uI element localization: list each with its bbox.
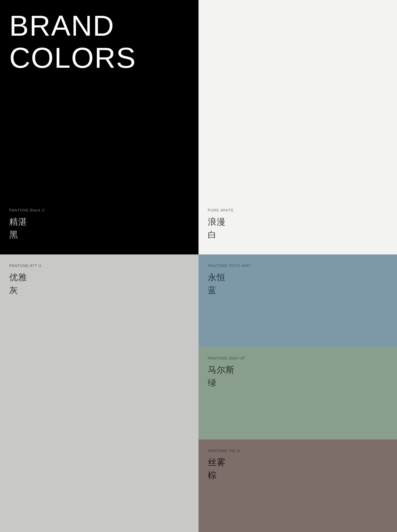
panel-brown: PANTONE:731 U 丝雾 棕: [198, 439, 397, 532]
gray-chinese-line2: 灰: [9, 284, 189, 297]
black-chinese-line1: 精湛: [9, 215, 189, 228]
gray-pantone-label: PANTONE:877 U: [9, 264, 189, 268]
brown-chinese-line1: 丝雾: [208, 456, 388, 469]
white-chinese-line2: 白: [208, 228, 388, 241]
page-container: BRAND COLORS PANTONE:Black C 精湛 黑 PURE W…: [0, 0, 397, 532]
brown-color-info: PANTONE:731 U 丝雾 棕: [208, 449, 388, 482]
gray-chinese-line1: 优雅: [9, 271, 189, 284]
brand-title-line2: COLORS: [9, 42, 189, 74]
white-chinese-line1: 浪漫: [208, 215, 388, 228]
green-chinese-line2: 绿: [208, 376, 388, 389]
brown-chinese-line2: 棕: [208, 469, 388, 482]
blue-pantone-label: PANTONE:TOYO 0697: [208, 264, 388, 268]
green-pantone-label: PANTONE:5565 UP: [208, 356, 388, 360]
panel-black: BRAND COLORS PANTONE:Black C 精湛 黑: [0, 0, 198, 254]
black-color-info: PANTONE:Black C 精湛 黑: [9, 208, 189, 241]
brand-title: BRAND COLORS: [9, 10, 189, 74]
panel-white: PURE WHITE 浪漫 白: [198, 0, 397, 254]
blue-chinese-line2: 蓝: [208, 284, 388, 297]
white-pantone-label: PURE WHITE: [208, 208, 388, 212]
panel-blue: PANTONE:TOYO 0697 永恒 蓝: [198, 254, 397, 347]
brand-title-line1: BRAND: [9, 10, 189, 42]
panel-gray: PANTONE:877 U 优雅 灰: [0, 254, 198, 532]
white-color-info: PURE WHITE 浪漫 白: [208, 208, 388, 241]
blue-chinese-line1: 永恒: [208, 271, 388, 284]
black-chinese-line2: 黑: [9, 228, 189, 241]
green-color-info: PANTONE:5565 UP 马尔斯 绿: [208, 356, 388, 389]
panel-green: PANTONE:5565 UP 马尔斯 绿: [198, 347, 397, 439]
green-chinese-line1: 马尔斯: [208, 363, 388, 376]
brown-pantone-label: PANTONE:731 U: [208, 449, 388, 453]
panel-right-stack: PANTONE:TOYO 0697 永恒 蓝 PANTONE:5565 UP 马…: [198, 254, 397, 532]
black-pantone-label: PANTONE:Black C: [9, 208, 189, 212]
gray-color-info: PANTONE:877 U 优雅 灰: [9, 264, 189, 297]
blue-color-info: PANTONE:TOYO 0697 永恒 蓝: [208, 264, 388, 297]
